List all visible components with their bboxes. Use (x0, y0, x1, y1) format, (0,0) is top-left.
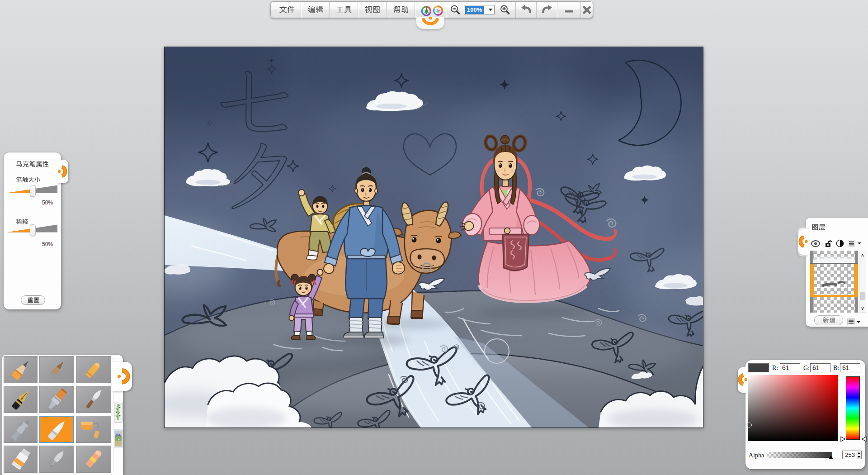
tool-flat-brush[interactable] (39, 386, 74, 413)
minimize-button[interactable] (557, 2, 580, 18)
redo-icon (540, 4, 554, 16)
layer-row-3[interactable] (810, 297, 858, 313)
zoom-dropdown-caret-icon[interactable] (489, 9, 492, 11)
contrast-icon[interactable] (836, 239, 844, 247)
tool-crayon[interactable] (76, 356, 111, 383)
channel-input-G[interactable]: 61 (810, 363, 830, 372)
visibility-icon[interactable] (811, 240, 821, 247)
zoom-in-button[interactable] (495, 2, 515, 18)
brush-size-slider-handle[interactable] (30, 185, 36, 197)
new-layer-button[interactable] (814, 315, 843, 325)
hue-marker-right-icon[interactable] (861, 436, 867, 442)
menu-视图[interactable] (358, 2, 386, 18)
sv-cursor[interactable] (747, 423, 752, 428)
zoom-level-value: 100% (465, 6, 484, 14)
spin-down-button[interactable] (856, 455, 861, 459)
tool-palette-panel (2, 355, 123, 475)
new-layer-menu-caret-icon[interactable] (857, 321, 860, 323)
layer-edge (810, 251, 813, 264)
scrollbar-thumb[interactable] (860, 292, 865, 300)
layers-panel: ∧ ∨ (806, 218, 868, 327)
menu-工具[interactable] (330, 2, 358, 18)
zoom-level-field[interactable]: 100% (464, 5, 495, 14)
layer-row-2[interactable] (810, 264, 858, 297)
dilution-slider-handle[interactable] (30, 224, 36, 236)
layers-collapse-handle[interactable] (798, 229, 808, 255)
hue-marker-left-icon[interactable] (840, 436, 846, 442)
minimize-icon (564, 5, 574, 15)
palette-collapse-handle[interactable] (112, 362, 132, 391)
menu-文件[interactable] (273, 2, 301, 18)
layer-edge (855, 297, 858, 313)
tool-charcoal-stick[interactable] (39, 356, 74, 383)
tool-airbrush[interactable] (4, 416, 38, 443)
new-layer-menu-button[interactable] (847, 318, 855, 325)
dilution-value: 50% (42, 241, 53, 247)
saturation-value-picker[interactable] (748, 375, 838, 441)
cowherd-head (355, 174, 377, 201)
brush-size-value: 50% (42, 200, 53, 206)
hue-strip[interactable] (846, 376, 860, 440)
alpha-marker-icon[interactable] (829, 456, 833, 459)
alpha-spinner (856, 451, 861, 459)
scroll-up-icon[interactable]: ∧ (859, 252, 866, 257)
artwork-qixi-painting (165, 47, 703, 428)
dilution-slider[interactable] (7, 224, 58, 237)
main-toolbar: 100% (270, 1, 593, 18)
layer-edge (810, 297, 813, 313)
close-button[interactable] (581, 2, 593, 18)
layer-row-1[interactable] (810, 251, 858, 264)
layers-scrollbar[interactable]: ∧ ∨ (859, 251, 866, 313)
alpha-label: Alpha (748, 452, 767, 459)
reset-button[interactable] (21, 295, 45, 305)
list-menu-icon (849, 319, 854, 324)
slider-label-brush-size (16, 176, 40, 184)
lock-open-icon[interactable] (825, 239, 832, 248)
ox-muzzle (410, 249, 444, 269)
brush-size-slider[interactable] (7, 185, 58, 197)
alpha-gradient-bar (767, 452, 832, 458)
layer-list-menu-button[interactable] (848, 240, 855, 247)
close-icon (581, 5, 592, 15)
channel-input-B[interactable]: 61 (840, 363, 860, 372)
zoom-out-button[interactable] (446, 2, 464, 18)
tool-ink-brush[interactable] (76, 386, 111, 413)
ox-eye-left (412, 237, 417, 242)
boy-head (313, 196, 328, 214)
color-picker-panel: R:61G:61B:61 Alpha 253 (745, 360, 865, 469)
tool-quill-brush[interactable] (39, 446, 74, 473)
cowherd-shoes (344, 332, 383, 338)
channel-label-B: B: (833, 365, 839, 372)
spin-up-icon (858, 452, 860, 454)
weaver-skirt (478, 241, 590, 301)
tool-eraser[interactable] (76, 446, 111, 473)
logo-eyes-icon (415, 2, 445, 18)
scroll-down-icon[interactable]: ∨ (859, 306, 866, 311)
tool-paint-tube[interactable] (4, 446, 38, 473)
canvas[interactable] (164, 47, 703, 428)
panel-title (4, 160, 61, 168)
redo-button[interactable] (537, 2, 557, 18)
brush-set-tab-picture[interactable] (114, 429, 123, 448)
brush-set-tab-bamboo[interactable] (114, 402, 123, 423)
app-logo (415, 2, 446, 18)
tool-pencil[interactable] (4, 356, 38, 383)
tool-fountain-pen[interactable] (4, 386, 38, 413)
color-collapse-handle[interactable] (738, 367, 748, 393)
girl-hand (317, 270, 323, 276)
spin-up-button[interactable] (856, 451, 861, 455)
tool-paint-roller[interactable] (76, 416, 111, 443)
menu-帮助[interactable] (387, 2, 415, 18)
tool-marker[interactable] (39, 416, 74, 443)
layers-toolbar (811, 239, 862, 248)
zoom-level-cell: 100% (464, 2, 495, 18)
menu-编辑[interactable] (301, 2, 329, 18)
channel-input-R[interactable]: 61 (780, 363, 800, 372)
undo-button[interactable] (516, 2, 536, 18)
collapse-handle-icon (798, 229, 808, 255)
layers-menu-caret-icon[interactable] (858, 242, 861, 244)
spin-down-icon (858, 456, 860, 458)
alpha-slider[interactable] (765, 450, 835, 459)
collapse-handle-icon (738, 367, 748, 393)
alpha-value-box[interactable]: 253 (842, 451, 862, 459)
